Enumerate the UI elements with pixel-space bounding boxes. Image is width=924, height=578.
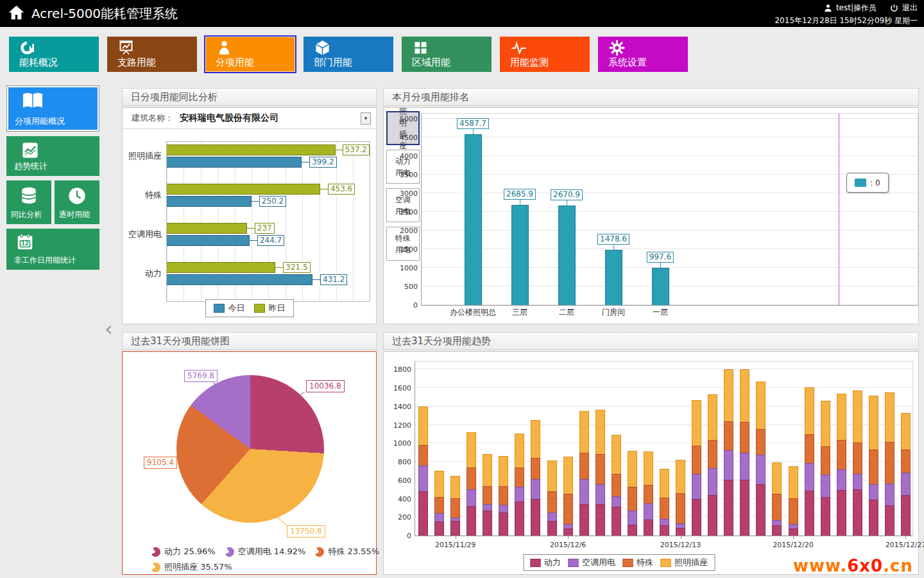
- sidebar-collapse-chevron-icon[interactable]: ‹: [105, 319, 113, 339]
- stacked-bar: [740, 369, 749, 536]
- bar-segment: [418, 466, 428, 491]
- legend-label: 昨日: [269, 302, 286, 314]
- bar-segment: [837, 394, 846, 439]
- bar-segment: [724, 369, 733, 421]
- bar-segment: [708, 495, 717, 536]
- legend-label: 动力: [544, 557, 561, 568]
- sidebar-item-hourly-energy[interactable]: 逐时用能: [55, 180, 99, 224]
- trend-lines-icon: [21, 141, 40, 162]
- bar-segment: [740, 480, 749, 536]
- bar-segment: [483, 504, 492, 511]
- legend-swatch: [622, 559, 633, 567]
- nav-tile-energy-overview[interactable]: 能耗概况: [9, 37, 99, 72]
- panel-title: 过去31天分项用能趋势: [383, 332, 919, 350]
- svg-text:12: 12: [21, 240, 28, 247]
- bar-segment: [853, 489, 862, 536]
- pie-value-label: 9105.4: [144, 457, 177, 469]
- bar: [167, 144, 336, 155]
- stacked-bar: [531, 420, 540, 536]
- legend-item: 空调用电 14.92%: [225, 546, 306, 557]
- chart-plot-area: 照明插座537.2399.2特殊453.6250.2空调用电237244.7动力…: [166, 141, 370, 302]
- sidebar-item-yoy-analysis[interactable]: 同比分析: [6, 180, 51, 224]
- logout-button[interactable]: 退出: [902, 3, 918, 13]
- home-icon[interactable]: [8, 4, 25, 24]
- nav-tile-branch-energy[interactable]: 支路用能: [107, 37, 197, 72]
- bar-segment: [805, 387, 814, 434]
- stacked-bar: [418, 407, 428, 536]
- sidebar-item-trend-statistics[interactable]: 趋势统计: [6, 136, 99, 176]
- stacked-bar: [547, 460, 557, 536]
- bar-segment: [563, 524, 573, 529]
- category-label: 空调用电: [119, 229, 162, 240]
- legend-swatch: [151, 563, 160, 572]
- app-title: Acrel-5000能耗管理系统: [31, 5, 178, 22]
- stacked-bar: [756, 381, 766, 536]
- bar-segment: [869, 484, 878, 500]
- bar-segment: [499, 505, 508, 512]
- bar-group: 照明插座537.2399.2: [167, 144, 370, 168]
- nav-tile-label: 分项用能: [216, 57, 254, 69]
- bar-segment: [612, 474, 621, 496]
- legend-item: 空调用电: [568, 557, 615, 568]
- sidebar-item-subentry-overview[interactable]: 分项用能概况: [6, 85, 99, 132]
- bar-segment: [628, 451, 637, 487]
- y-tick-label: 3500: [393, 171, 418, 179]
- bar-segment: [644, 485, 653, 504]
- bar-segment: [821, 446, 830, 475]
- bar-segment: [869, 500, 878, 536]
- nav-tile-department-energy[interactable]: 部门用能: [304, 37, 393, 72]
- bar-segment: [837, 490, 846, 536]
- bar-segment: [660, 525, 669, 536]
- building-select[interactable]: 安科瑞电气股份有限公司: [180, 112, 354, 124]
- bar-segment: [901, 495, 911, 536]
- nav-tile-area-energy[interactable]: 区域用能: [402, 37, 492, 72]
- bar: [167, 235, 250, 246]
- pie-value-label: 5769.8: [184, 370, 218, 382]
- stacked-bar: [837, 394, 846, 536]
- stacked-bar: [483, 454, 492, 536]
- y-tick-label: 1000: [393, 264, 418, 272]
- bar: [652, 268, 669, 305]
- nav-tile-energy-monitoring[interactable]: 用能监测: [500, 37, 590, 72]
- bar: [167, 196, 252, 207]
- bar-segment: [772, 494, 782, 520]
- bar-segment: [885, 392, 894, 442]
- sidebar-item-label: 非工作日用能统计: [14, 255, 76, 266]
- sidebar-item-nonworkday-statistics[interactable]: 12 非工作日用能统计: [6, 229, 99, 270]
- bar-segment: [789, 466, 798, 498]
- bar-segment: [450, 498, 460, 518]
- daily-comparison-chart: 照明插座537.2399.2特殊453.6250.2空调用电237244.7动力…: [166, 141, 370, 302]
- panel-daily-comparison: 日分项用能同比分析 建筑名称： 安科瑞电气股份有限公司 ▾ 照明插座537.23…: [122, 88, 377, 324]
- bar-segment: [869, 396, 878, 450]
- bar-segment: [756, 381, 766, 429]
- bar-segment: [740, 369, 749, 421]
- bar-segment: [547, 491, 557, 512]
- bar-segment: [434, 497, 444, 513]
- bar-segment: [644, 504, 653, 519]
- bar-segment: [660, 519, 669, 525]
- x-tick-label: 一层: [653, 307, 668, 318]
- bar-segment: [628, 487, 637, 511]
- stacked-bar: [901, 413, 911, 536]
- panel-title: 过去31天分项用能饼图: [122, 332, 377, 350]
- bar-value-label: 997.6: [647, 252, 674, 263]
- bar-segment: [547, 512, 557, 521]
- legend-swatch: [314, 547, 324, 557]
- gear-icon: [608, 39, 626, 57]
- bar-segment: [756, 455, 766, 484]
- nav-tile-system-settings[interactable]: 系统设置: [598, 37, 688, 72]
- bar-segment: [821, 497, 830, 536]
- nav-tile-label: 用能监测: [510, 57, 549, 69]
- nav-tile-label: 支路用能: [117, 57, 156, 69]
- y-tick-label: 0: [387, 532, 411, 540]
- bar-segment: [901, 450, 911, 472]
- bar-segment: [515, 487, 524, 502]
- bar-value-label: 244.7: [257, 235, 284, 246]
- legend-swatch: [530, 559, 540, 567]
- y-tick-label: 5000: [393, 115, 418, 123]
- nav-tile-label: 能耗概况: [19, 57, 58, 69]
- y-tick-label: 1200: [387, 421, 411, 430]
- nav-tile-subentry-energy[interactable]: 分项用能: [205, 37, 295, 72]
- bar-segment: [547, 521, 557, 536]
- dropdown-arrow-icon[interactable]: ▾: [361, 112, 371, 125]
